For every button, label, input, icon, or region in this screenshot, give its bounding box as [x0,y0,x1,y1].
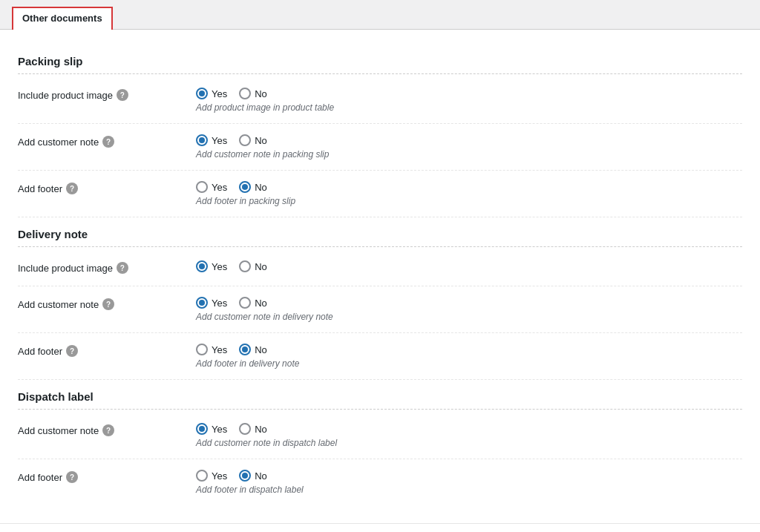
radio-yes-label-ps_add_customer_note[interactable]: Yes [196,134,227,146]
tab-bar: Other documents [0,0,760,30]
radio-no-label-ps_include_product_image[interactable]: No [239,88,267,99]
radio-no-label-ps_add_customer_note[interactable]: No [239,134,267,146]
radio-yes-label-dn_add_footer[interactable]: Yes [196,344,227,355]
setting-hint-dl_add_footer: Add footer in dispatch label [196,485,742,495]
label-text-ps_include_product_image: Include product image [18,90,113,101]
help-icon-dn_add_footer[interactable]: ? [66,345,78,357]
radio-yes-label-dn_add_customer_note[interactable]: Yes [196,297,227,309]
setting-hint-dn_add_customer_note: Add customer note in delivery note [196,312,742,322]
radio-yes-label-ps_include_product_image[interactable]: Yes [196,88,227,99]
setting-row-dn_include_product_image: Include product image ?YesNo [18,250,742,286]
radio-yes-label-dl_add_footer[interactable]: Yes [196,470,227,482]
section-divider-packing_slip [18,73,742,74]
label-text-dl_add_footer: Add footer [18,472,62,483]
radio-yes-ps_add_customer_note[interactable] [196,134,208,146]
radio-no-label-dn_add_customer_note[interactable]: No [239,297,267,309]
radio-group-ps_include_product_image: YesNo [196,88,742,99]
radio-no-text-dl_add_customer_note: No [255,424,267,435]
help-icon-dn_include_product_image[interactable]: ? [117,262,128,274]
radio-no-text-dn_include_product_image: No [255,261,267,272]
radio-no-label-dn_include_product_image[interactable]: No [239,260,267,272]
radio-yes-text-dn_add_footer: Yes [212,344,227,355]
section-divider-delivery_note [18,246,742,247]
radio-yes-text-dl_add_footer: Yes [212,470,227,482]
radio-no-label-dn_add_footer[interactable]: No [239,344,267,355]
radio-no-dl_add_customer_note[interactable] [239,423,251,435]
tab-other-documents[interactable]: Other documents [12,7,113,30]
setting-row-ps_include_product_image: Include product image ?YesNoAdd product … [18,77,742,124]
radio-no-dn_include_product_image[interactable] [239,260,251,272]
label-text-dl_add_customer_note: Add customer note [18,425,99,436]
setting-control-dn_include_product_image: YesNo [196,260,742,275]
radio-group-dn_add_footer: YesNo [196,344,742,355]
radio-yes-text-ps_add_footer: Yes [212,182,227,193]
setting-row-dl_add_footer: Add footer ?YesNoAdd footer in dispatch … [18,459,742,505]
setting-label-dl_add_customer_note: Add customer note ? [18,423,196,436]
setting-label-dn_add_footer: Add footer ? [18,344,196,357]
help-icon-dl_add_customer_note[interactable]: ? [102,424,114,436]
radio-group-ps_add_customer_note: YesNo [196,134,742,146]
help-icon-ps_add_customer_note[interactable]: ? [102,136,114,148]
help-icon-ps_include_product_image[interactable]: ? [117,89,128,101]
radio-yes-text-dn_add_customer_note: Yes [212,298,227,309]
section-divider-dispatch_label [18,409,742,410]
help-icon-dl_add_footer[interactable]: ? [66,471,78,483]
radio-yes-label-ps_add_footer[interactable]: Yes [196,181,227,193]
radio-no-text-ps_add_footer: No [255,182,267,193]
setting-control-ps_include_product_image: YesNoAdd product image in product table [196,88,742,113]
radio-no-label-ps_add_footer[interactable]: No [239,181,267,193]
setting-label-ps_add_footer: Add footer ? [18,181,196,194]
section-title-packing_slip: Packing slip [18,45,742,73]
setting-label-ps_include_product_image: Include product image ? [18,88,196,101]
radio-yes-ps_include_product_image[interactable] [196,88,208,99]
radio-yes-label-dl_add_customer_note[interactable]: Yes [196,423,227,435]
help-icon-ps_add_footer[interactable]: ? [66,183,78,194]
radio-yes-dn_include_product_image[interactable] [196,260,208,272]
label-text-dn_add_customer_note: Add customer note [18,299,99,310]
radio-no-dn_add_footer[interactable] [239,344,251,355]
radio-no-ps_add_customer_note[interactable] [239,134,251,146]
page-wrapper: Other documents Packing slipInclude prod… [0,0,760,532]
radio-yes-ps_add_footer[interactable] [196,181,208,193]
radio-yes-dl_add_customer_note[interactable] [196,423,208,435]
setting-label-dn_add_customer_note: Add customer note ? [18,297,196,310]
radio-group-ps_add_footer: YesNo [196,181,742,193]
help-icon-dn_add_customer_note[interactable]: ? [102,298,114,310]
radio-group-dl_add_footer: YesNo [196,470,742,482]
section-title-delivery_note: Delivery note [18,217,742,246]
radio-no-text-ps_include_product_image: No [255,88,267,99]
setting-row-dn_add_customer_note: Add customer note ?YesNoAdd customer not… [18,286,742,333]
setting-label-dn_include_product_image: Include product image ? [18,260,196,274]
setting-control-ps_add_customer_note: YesNoAdd customer note in packing slip [196,134,742,160]
radio-no-ps_include_product_image[interactable] [239,88,251,99]
radio-yes-text-ps_include_product_image: Yes [212,88,227,99]
radio-no-label-dl_add_footer[interactable]: No [239,470,267,482]
radio-yes-dn_add_customer_note[interactable] [196,297,208,309]
radio-no-text-dn_add_customer_note: No [255,298,267,309]
radio-no-dl_add_footer[interactable] [239,470,251,482]
radio-no-text-dl_add_footer: No [255,470,267,482]
setting-control-dn_add_footer: YesNoAdd footer in delivery note [196,344,742,369]
radio-no-ps_add_footer[interactable] [239,181,251,193]
setting-row-dn_add_footer: Add footer ?YesNoAdd footer in delivery … [18,333,742,380]
radio-yes-text-dn_include_product_image: Yes [212,261,227,272]
label-text-ps_add_customer_note: Add customer note [18,137,99,148]
radio-group-dl_add_customer_note: YesNo [196,423,742,435]
setting-hint-ps_include_product_image: Add product image in product table [196,102,742,113]
main-content: Packing slipInclude product image ?YesNo… [0,30,760,532]
setting-control-dn_add_customer_note: YesNoAdd customer note in delivery note [196,297,742,322]
footer-bar: Update Settings [0,523,760,532]
radio-yes-dl_add_footer[interactable] [196,470,208,482]
section-title-dispatch_label: Dispatch label [18,380,742,409]
setting-row-ps_add_footer: Add footer ?YesNoAdd footer in packing s… [18,171,742,217]
radio-yes-dn_add_footer[interactable] [196,344,208,355]
radio-no-text-dn_add_footer: No [255,344,267,355]
radio-no-label-dl_add_customer_note[interactable]: No [239,423,267,435]
radio-no-dn_add_customer_note[interactable] [239,297,251,309]
setting-label-ps_add_customer_note: Add customer note ? [18,134,196,148]
radio-yes-text-ps_add_customer_note: Yes [212,135,227,146]
label-text-dn_include_product_image: Include product image [18,263,113,274]
label-text-ps_add_footer: Add footer [18,183,62,194]
radio-group-dn_add_customer_note: YesNo [196,297,742,309]
radio-yes-label-dn_include_product_image[interactable]: Yes [196,260,227,272]
